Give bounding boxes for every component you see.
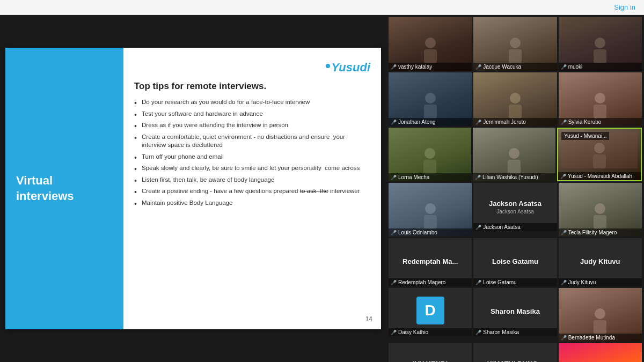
svg-rect-3	[509, 49, 522, 63]
mic-muted-icon: 🎤	[391, 280, 397, 285]
participant-tile[interactable]: 🎤 Lilian Washika (Yusudi)	[473, 128, 555, 181]
avatar-circle: D	[416, 297, 444, 324]
svg-point-16	[594, 143, 605, 153]
mic-muted-icon: 🎤	[475, 280, 481, 285]
participant-name-overlay: 🎤 Bernadette Mutinda	[559, 334, 642, 342]
participant-name-overlay: 🎤 Jonathan Atong	[389, 118, 472, 126]
mic-muted-icon: 🎤	[475, 175, 481, 180]
participant-name-overlay: 🎤 vasthy katalay	[389, 63, 472, 71]
participant-tile[interactable]: 🎤 Bernadette Mutinda	[559, 288, 642, 342]
mic-icon: 🎤	[560, 174, 566, 179]
yusudi-logo: Yusudi	[134, 61, 370, 75]
participant-name: Lilian Washika (Yusudi)	[482, 174, 538, 180]
participant-tile-highlighted[interactable]: Yusud - Mwanai... 🎤 Yusud - Mwanaidi Abd…	[557, 128, 642, 181]
participant-tile[interactable]: 🎤 muoki	[559, 17, 642, 71]
participant-tile[interactable]: 🎤 Jemimmah Jeruto	[473, 72, 557, 126]
participant-tile[interactable]: IVY KENDI IVY KENDI 🎤 IVY KENDI	[389, 343, 472, 362]
svg-point-14	[509, 148, 519, 159]
participant-name-overlay: 🎤 Jacque Wacuka	[473, 63, 557, 71]
participant-tile[interactable]: 🎤 vasthy katalay	[389, 17, 472, 71]
participant-tile[interactable]: 🎤 Jacque Wacuka	[473, 17, 557, 71]
participants-row-2: 🎤 Jonathan Atong 🎤 Jemimmah Jeruto 🎤 Syl…	[389, 72, 642, 126]
participant-name: Yusud - Mwanaidi Abdallah	[568, 173, 632, 179]
participant-tile[interactable]: 🎤 Lorna Mecha	[389, 128, 471, 181]
sign-in-link[interactable]: Sign in	[614, 3, 635, 11]
participant-name: Jackson Asatsa	[483, 224, 520, 230]
svg-point-18	[425, 203, 436, 214]
participant-name-overlay: 🎤 Sharon Masika	[473, 328, 557, 336]
participant-name: Lorna Mecha	[398, 174, 429, 180]
mic-muted-icon: 🎤	[475, 120, 481, 125]
bullet-item: Create a positive ending - have a few qu…	[134, 187, 370, 196]
participant-big-name: IVY KENDI	[409, 360, 451, 362]
participant-name: Daisy Kathio	[398, 329, 428, 335]
slide-left-panel: Virtual interviews	[5, 48, 123, 329]
participant-big-name: Jackson Asatsa	[486, 200, 545, 208]
bullet-item: Test your software and hardware in advan…	[134, 110, 370, 119]
participant-name: Sharon Masika	[483, 329, 519, 335]
participant-name-overlay: 🎤 Judy Kituvu	[559, 278, 642, 286]
svg-rect-7	[424, 105, 437, 119]
participant-name-overlay: 🎤 Redemptah Magero	[389, 278, 472, 286]
participant-name: Sylvia Kerubo	[568, 119, 602, 125]
slide-right-panel: Yusudi Top tips for remote interviews. D…	[123, 48, 381, 329]
participant-name-overlay: 🎤 Jackson Asatsa	[473, 223, 557, 231]
participant-tile[interactable]: D 🎤 Daisy Kathio	[389, 288, 472, 336]
participant-big-name: Redemptah Ma...	[399, 257, 461, 266]
participant-tile[interactable]: 🎤 Louis Odniambo	[389, 183, 472, 237]
participant-tile[interactable]: Redemptah Ma... 🎤 Redemptah Magero	[389, 238, 472, 286]
tile-display-name: Yusud - Mwanai...	[561, 132, 609, 140]
bullet-item: Speak slowly and clearly, be sure to smi…	[134, 164, 370, 173]
participant-tile[interactable]: Jackson Asatsa Jackson Asatsa 🎤 Jackson …	[473, 183, 557, 231]
bullet-item: Do your research as you would do for a f…	[134, 98, 370, 107]
mic-muted-icon: 🎤	[391, 330, 397, 335]
participant-big-name: KIMATHI DUNC...	[484, 360, 546, 362]
svg-point-6	[425, 93, 436, 104]
mic-muted-icon: 🎤	[391, 64, 397, 70]
bullet-item: Listen first, then talk, be aware of bod…	[134, 176, 370, 184]
bullet-item: Create a comfortable, quiet environment …	[134, 133, 370, 150]
svg-point-22	[595, 308, 605, 319]
svg-point-4	[595, 38, 605, 48]
participant-tile[interactable]: KIMATHI DUNC... KIMATHI DUNCAN 🎤 KIMATHI…	[473, 343, 557, 362]
participants-row-6: D 🎤 Daisy Kathio Sharon Masika 🎤 Sharon …	[389, 288, 642, 342]
logo-dot	[326, 64, 330, 68]
participant-name-overlay: 🎤 muoki	[559, 63, 642, 71]
participant-name: Jemimmah Jeruto	[483, 119, 525, 125]
participant-name: Redemptah Magero	[398, 279, 445, 285]
participant-big-name: Judy Kituvu	[577, 257, 623, 266]
bullet-item: Turn off your phone and email	[134, 153, 370, 161]
svg-point-0	[425, 38, 436, 48]
svg-point-2	[510, 38, 521, 48]
svg-rect-11	[594, 105, 606, 119]
slide-number: 14	[365, 315, 372, 323]
svg-rect-23	[594, 320, 606, 334]
participants-row-7: IVY KENDI IVY KENDI 🎤 IVY KENDI KIMATHI …	[389, 343, 642, 362]
participants-row-5: Redemptah Ma... 🎤 Redemptah Magero Loise…	[389, 238, 642, 286]
participant-tile[interactable]: Loise Gatamu 🎤 Loise Gatamu	[473, 238, 557, 286]
participant-name: vasthy katalay	[398, 64, 432, 70]
mic-icon: 🎤	[561, 280, 567, 285]
participants-row-4: 🎤 Louis Odniambo Jackson Asatsa Jackson …	[389, 183, 642, 237]
participants-row-1: 🎤 vasthy katalay 🎤 Jacque Wacuka 🎤	[389, 17, 642, 71]
participant-name-overlay: 🎤 Loise Gatamu	[473, 278, 557, 286]
svg-rect-5	[594, 49, 606, 63]
mic-muted-icon: 🎤	[561, 230, 567, 235]
participant-tile[interactable]: Sharon Masika 🎤 Sharon Masika	[473, 288, 557, 336]
mic-muted-icon: 🎤	[475, 64, 481, 70]
participant-name-overlay: 🎤 Louis Odniambo	[389, 228, 472, 237]
participant-tile[interactable]: Judy Kituvu 🎤 Judy Kituvu	[559, 238, 642, 286]
participant-name: Judy Kituvu	[568, 279, 596, 285]
mic-muted-icon: 🎤	[391, 120, 397, 125]
participant-name: Louis Odniambo	[398, 230, 437, 235]
main-container: Virtual interviews Yusudi Top tips for r…	[0, 15, 644, 362]
svg-rect-15	[508, 160, 521, 174]
participant-tile[interactable]: 🎤 Edwin Kwemoi	[559, 343, 642, 362]
participant-name: Jacque Wacuka	[483, 64, 521, 70]
participant-name: Tecla Filisity Magero	[568, 230, 617, 235]
participant-name-overlay: 🎤 Tecla Filisity Magero	[559, 228, 642, 237]
participant-tile[interactable]: 🎤 Sylvia Kerubo	[559, 72, 642, 126]
participant-tile[interactable]: 🎤 Tecla Filisity Magero	[559, 183, 642, 237]
participant-tile[interactable]: 🎤 Jonathan Atong	[389, 72, 472, 126]
mic-icon: 🎤	[561, 120, 567, 125]
